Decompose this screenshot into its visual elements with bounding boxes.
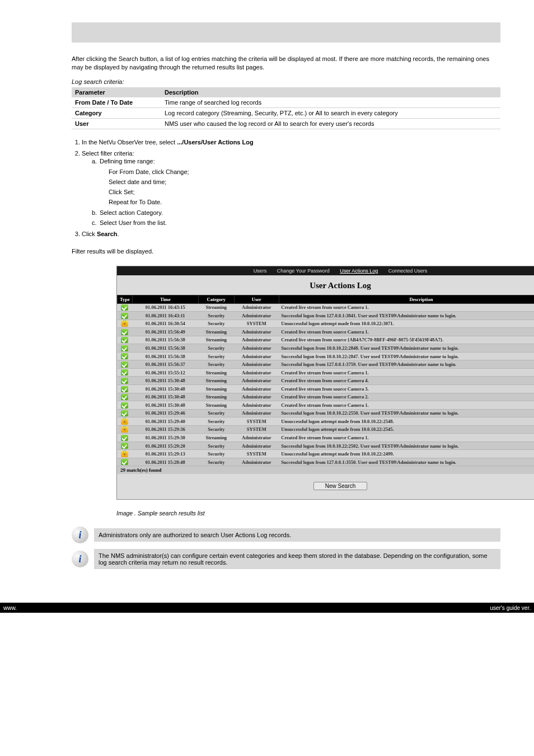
step-1: In the NetVu ObserVer tree, select .../U… bbox=[82, 138, 500, 146]
criteria-row: UserNMS user who caused the log record o… bbox=[72, 118, 500, 129]
log-row-user: Administrator bbox=[234, 360, 279, 369]
log-row-user: SYSTEM bbox=[234, 450, 279, 458]
log-row-user: Administrator bbox=[234, 312, 279, 320]
log-row-description: Created live stream from source Camera 1… bbox=[279, 328, 534, 336]
success-icon bbox=[121, 459, 128, 465]
tab-change-password[interactable]: Change Your Password bbox=[277, 268, 330, 274]
footer-left: www. bbox=[3, 605, 17, 611]
log-row-user: Administrator bbox=[234, 409, 279, 417]
log-row-time: 01.06.2011 15:29:36 bbox=[132, 425, 198, 434]
log-row-user: Administrator bbox=[234, 352, 279, 360]
page-footer: www. user's guide ver. bbox=[0, 603, 534, 613]
footer-right: user's guide ver. bbox=[490, 605, 531, 611]
log-row-description: Unsuccessful logon attempt made from 10.… bbox=[279, 425, 534, 434]
criteria-desc: Time range of searched log records bbox=[161, 97, 500, 108]
log-row-type bbox=[118, 320, 133, 328]
log-row: 01.06.2011 16:43:15StreamingAdministrato… bbox=[118, 303, 535, 312]
log-header-user: User bbox=[234, 295, 279, 303]
criteria-row: From Date / To DateTime range of searche… bbox=[72, 97, 500, 108]
tab-connected-users[interactable]: Connected Users bbox=[388, 268, 428, 274]
log-row-description: Created live stream from source Camera 4… bbox=[279, 377, 534, 385]
step-3-button-name: Search bbox=[97, 231, 118, 237]
step-2b-text: Select action Category. bbox=[100, 209, 163, 216]
step-3-post: . bbox=[118, 231, 119, 237]
log-row-type bbox=[118, 458, 133, 466]
log-row-type bbox=[118, 377, 133, 385]
log-row-description: Created live stream from source Camera 2… bbox=[279, 393, 534, 401]
criteria-table: Parameter Description From Date / To Dat… bbox=[72, 87, 500, 129]
screenshot-title: User Actions Log bbox=[117, 275, 534, 295]
outro-text: Filter results will be displayed. bbox=[72, 247, 500, 256]
log-row-time: 01.06.2011 15:56:38 bbox=[132, 352, 198, 360]
warning-icon bbox=[121, 426, 128, 433]
log-row-type bbox=[118, 409, 133, 417]
log-row-user: Administrator bbox=[234, 384, 279, 393]
log-row-description: Successful logon from 10.0.10.22:2848. U… bbox=[279, 344, 534, 353]
log-row-user: Administrator bbox=[234, 344, 279, 353]
note-1: Administrators only are authorized to se… bbox=[94, 528, 500, 542]
criteria-header-param: Parameter bbox=[72, 87, 161, 97]
log-row-type bbox=[118, 384, 133, 393]
log-row-type bbox=[118, 336, 133, 344]
log-row-type bbox=[118, 442, 133, 450]
log-row-description: Unsuccessful logon attempt made from 10.… bbox=[279, 450, 534, 458]
log-row-time: 01.06.2011 15:30:48 bbox=[132, 377, 198, 385]
log-row-time: 01.06.2011 15:28:48 bbox=[132, 458, 198, 466]
success-icon bbox=[121, 329, 128, 335]
log-row-user: SYSTEM bbox=[234, 320, 279, 328]
warning-icon bbox=[121, 321, 128, 327]
log-row-description: Created live stream from source {AB4A7C7… bbox=[279, 336, 534, 344]
log-row: 01.06.2011 15:30:48StreamingAdministrato… bbox=[118, 377, 535, 385]
log-row-user: SYSTEM bbox=[234, 425, 279, 434]
note-2: The NMS administrator(s) can configure c… bbox=[94, 549, 500, 569]
log-row-type bbox=[118, 401, 133, 410]
log-row-category: Streaming bbox=[198, 303, 234, 312]
log-row-description: Created live stream from source Camera 1… bbox=[279, 303, 534, 312]
criteria-desc: Log record category (Streaming, Security… bbox=[161, 107, 500, 118]
log-row-category: Streaming bbox=[198, 336, 234, 344]
log-row-description: Successful logon from 127.0.0.1:3841. Us… bbox=[279, 312, 534, 320]
step-2: Select filter criteria: a.Defining time … bbox=[82, 149, 500, 227]
log-row: 01.06.2011 15:29:30StreamingAdministrato… bbox=[118, 434, 535, 442]
log-row-category: Streaming bbox=[198, 401, 234, 410]
intro-paragraph: After clicking the Search button, a list… bbox=[72, 55, 500, 72]
new-search-button[interactable]: New Search bbox=[313, 482, 367, 490]
log-row-category: Security bbox=[198, 417, 234, 426]
tab-user-actions-log[interactable]: User Actions Log bbox=[340, 268, 378, 274]
info-icon: i bbox=[72, 551, 88, 567]
log-row-category: Streaming bbox=[198, 368, 234, 377]
success-icon bbox=[121, 386, 128, 392]
log-row-description: Successful logon from 127.0.0.1:3759. Us… bbox=[279, 360, 534, 369]
log-header-time: Time bbox=[132, 295, 198, 303]
criteria-heading: Log search criteria: bbox=[72, 78, 500, 85]
log-row-time: 01.06.2011 15:29:20 bbox=[132, 442, 198, 450]
log-row-user: Administrator bbox=[234, 442, 279, 450]
log-row-type bbox=[118, 368, 133, 377]
log-row: 01.06.2011 15:56:38SecurityAdministrator… bbox=[118, 352, 535, 360]
log-row-time: 01.06.2011 16:43:15 bbox=[132, 303, 198, 312]
criteria-desc: NMS user who caused the log record or Al… bbox=[161, 118, 500, 129]
log-row-category: Security bbox=[198, 320, 234, 328]
log-row: 01.06.2011 15:30:48StreamingAdministrato… bbox=[118, 384, 535, 393]
log-row: 01.06.2011 15:55:12StreamingAdministrato… bbox=[118, 368, 535, 377]
step-2a-text: Defining time range: bbox=[100, 158, 154, 165]
log-row-description: Created live stream from source Camera 1… bbox=[279, 434, 534, 442]
success-icon bbox=[121, 361, 128, 368]
log-row: 01.06.2011 16:30:54SecuritySYSTEMUnsucce… bbox=[118, 320, 535, 328]
log-row-category: Streaming bbox=[198, 328, 234, 336]
log-row-time: 01.06.2011 15:30:48 bbox=[132, 401, 198, 410]
step-2-text: Select filter criteria: bbox=[82, 150, 134, 157]
log-row-category: Security bbox=[198, 409, 234, 417]
tab-users[interactable]: Users bbox=[254, 268, 267, 274]
user-actions-log-screenshot: Users Change Your Password User Actions … bbox=[116, 266, 534, 500]
step-2c-label: c. bbox=[92, 219, 100, 227]
log-row-category: Streaming bbox=[198, 434, 234, 442]
log-row-user: Administrator bbox=[234, 377, 279, 385]
criteria-header-desc: Description bbox=[161, 87, 500, 97]
log-row-category: Security bbox=[198, 442, 234, 450]
step-2a-iv: Repeat for To Date. bbox=[109, 198, 500, 206]
log-row-category: Security bbox=[198, 352, 234, 360]
step-3-pre: Click bbox=[82, 231, 97, 237]
screenshot-topbar: Users Change Your Password User Actions … bbox=[117, 266, 534, 275]
log-row: 01.06.2011 15:29:46SecurityAdministrator… bbox=[118, 409, 535, 417]
